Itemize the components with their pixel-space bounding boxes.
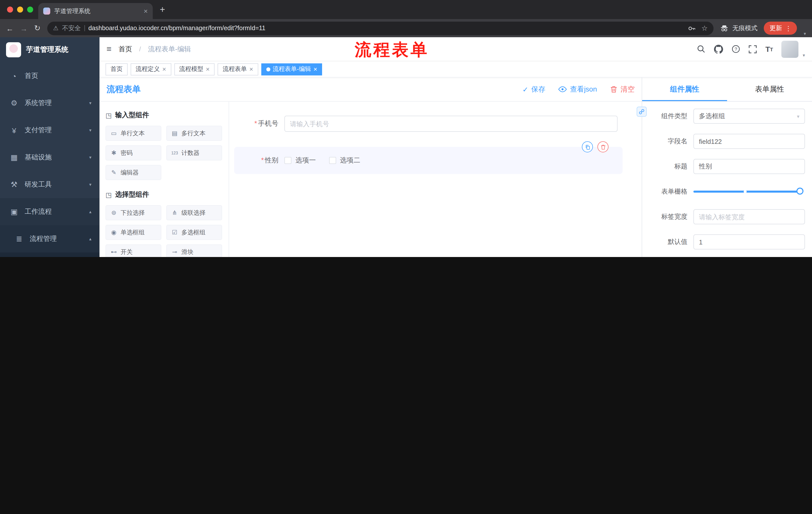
tag-close-icon[interactable]: × (249, 65, 253, 73)
address-bar[interactable]: ⚠ 不安全 dashboard.yudao.iocoder.cn/bpm/man… (47, 21, 714, 35)
back-button[interactable]: ← (6, 24, 13, 32)
sidebar-item-label: 工作流程 (25, 207, 84, 216)
text-field-icon: ▭ (110, 130, 118, 137)
user-avatar[interactable] (782, 40, 799, 58)
browser-tab[interactable]: 芋道管理系统 × (38, 3, 153, 19)
incognito-icon (720, 24, 729, 32)
palette-item-select[interactable]: ⊚下拉选择 (106, 205, 161, 220)
gender-option2-checkbox[interactable]: 选项二 (329, 156, 360, 165)
tag-process-form-edit[interactable]: 流程表单-编辑× (261, 63, 322, 75)
link-icon[interactable] (637, 107, 647, 117)
tag-process-definition[interactable]: 流程定义× (130, 63, 171, 75)
sidebar-item-dev-tools[interactable]: ⚒ 研发工具 ▾ (0, 171, 99, 198)
palette-item-counter[interactable]: 123计数器 (166, 145, 222, 160)
search-icon[interactable] (697, 45, 705, 53)
tab-component-props[interactable]: 组件属性 (642, 77, 727, 101)
password-key-icon[interactable] (688, 24, 695, 32)
clear-button[interactable]: 清空 (610, 85, 635, 94)
form-canvas[interactable]: *手机号 (229, 102, 642, 257)
tag-home[interactable]: 首页 (106, 63, 127, 75)
help-icon[interactable]: ? (732, 45, 740, 53)
new-tab-button[interactable]: + (153, 4, 172, 15)
form-field-gender-selected[interactable]: *性别 选项一 选项二 (234, 147, 622, 174)
palette-item-multi-line-text[interactable]: ▤多行文本 (166, 126, 222, 141)
sidebar-item-label: 首页 (25, 72, 86, 80)
forward-button[interactable]: → (20, 24, 28, 32)
bookmark-star-icon[interactable]: ☆ (701, 24, 708, 32)
palette-item-cascader[interactable]: ⋔级联选择 (166, 205, 222, 220)
briefcase-icon: ▣ (9, 207, 19, 216)
palette-group-title: ◳选择型组件 (106, 190, 223, 199)
sidebar-item-workflow[interactable]: ▣ 工作流程 ▴ (0, 198, 99, 225)
font-size-icon[interactable]: TT (765, 45, 773, 53)
toolbar-chevron-icon[interactable]: ▾ (804, 31, 806, 36)
breadcrumb-home[interactable]: 首页 (119, 45, 132, 54)
tag-close-icon[interactable]: × (162, 65, 166, 73)
palette-item-single-line-text[interactable]: ▭单行文本 (106, 126, 161, 141)
menu-fold-icon[interactable]: ≡ (107, 44, 112, 54)
default-value-input[interactable] (693, 234, 805, 249)
chevron-down-icon: ▾ (89, 182, 91, 187)
tab-favicon (43, 7, 50, 15)
reload-button[interactable]: ↻ (34, 24, 40, 33)
sidebar-item-infrastructure[interactable]: ▦ 基础设施 ▾ (0, 144, 99, 171)
palette-item-slider[interactable]: ⊸滑块 (166, 244, 222, 257)
copy-field-button[interactable] (582, 141, 593, 153)
window-minimize-button[interactable] (17, 6, 23, 12)
field-name-input[interactable] (693, 134, 805, 149)
form-field-phone[interactable]: *手机号 (234, 112, 630, 136)
tag-process-model[interactable]: 流程模型× (174, 63, 214, 75)
browser-tabstrip: 芋道管理系统 × + (0, 0, 812, 19)
properties-panel: 组件属性 表单属性 组件类型 多选框组 ▾ (642, 77, 812, 257)
chevron-up-icon: ▴ (89, 236, 91, 241)
sidebar-item-home[interactable]: ◔ 首页 (0, 62, 99, 89)
gear-icon: ⚙ (9, 99, 19, 108)
red-annotation: 流程表单 (355, 39, 429, 61)
prop-label: 组件类型 (649, 112, 687, 121)
browser-menu-icon[interactable]: ⋮ (785, 24, 792, 32)
sidebar-item-payment-mgmt[interactable]: ¥ 支付管理 ▾ (0, 117, 99, 144)
delete-field-button[interactable] (598, 141, 609, 153)
update-button[interactable]: 更新 ⋮ (764, 22, 797, 35)
window-close-button[interactable] (7, 6, 13, 12)
component-type-select[interactable]: 多选框组 ▾ (693, 109, 805, 124)
phone-input[interactable] (284, 116, 617, 132)
grid-slider[interactable] (693, 191, 800, 193)
tag-close-icon[interactable]: × (314, 65, 317, 73)
logo-avatar (6, 42, 21, 57)
incognito-label: 无痕模式 (732, 24, 757, 32)
sidebar-item-system-mgmt[interactable]: ⚙ 系统管理 ▾ (0, 89, 99, 117)
svg-text:?: ? (735, 47, 737, 52)
omnibox-divider (84, 25, 85, 31)
palette-item-switch[interactable]: ⊷开关 (106, 244, 161, 257)
label-width-input[interactable] (693, 209, 805, 224)
palette-item-radio-group[interactable]: ◉单选框组 (106, 225, 161, 240)
tag-close-icon[interactable]: × (206, 65, 209, 73)
fullscreen-icon[interactable] (749, 45, 757, 53)
view-json-button[interactable]: 查看json (558, 85, 597, 94)
palette-item-checkbox-group[interactable]: ☑多选框组 (166, 225, 222, 240)
palette-item-editor[interactable]: ✎编辑器 (106, 165, 161, 180)
tag-process-form[interactable]: 流程表单× (218, 63, 258, 75)
save-button[interactable]: ✓保存 (522, 85, 545, 94)
window-zoom-button[interactable] (27, 6, 33, 12)
tab-title: 芋道管理系统 (54, 7, 140, 15)
gender-option1-checkbox[interactable]: 选项一 (284, 156, 316, 165)
sidebar-item-process-mgmt[interactable]: ≣ 流程管理 ▴ (0, 225, 99, 252)
sidebar-item-process-form[interactable]: ▤ 流程表单 (0, 252, 99, 257)
tab-form-props[interactable]: 表单属性 (727, 77, 812, 101)
update-label: 更新 (770, 24, 782, 32)
prop-label: 字段名 (649, 137, 687, 146)
palette-group-title: ◳输入型组件 (106, 111, 223, 120)
sidebar-item-label: 支付管理 (25, 126, 84, 135)
chevron-down-icon: ▾ (797, 113, 800, 119)
cascade-icon: ⋔ (171, 209, 178, 216)
palette-item-password[interactable]: ✱密码 (106, 145, 161, 160)
title-input[interactable] (693, 159, 805, 174)
form-field-gender[interactable]: *性别 选项一 选项二 (234, 152, 622, 169)
tab-close-icon[interactable]: × (144, 7, 148, 15)
slider-handle[interactable] (796, 188, 804, 195)
dropdown-icon: ⊚ (110, 209, 118, 216)
github-icon[interactable] (714, 45, 723, 54)
avatar-chevron-icon[interactable]: ▾ (803, 53, 805, 58)
